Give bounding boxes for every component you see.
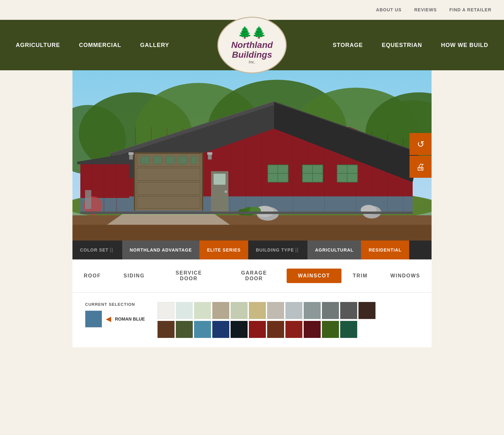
main-nav: AGRICULTURE COMMERCIAL GALLERY STORAGE E…: [0, 20, 504, 70]
color-chip-707878[interactable]: [322, 302, 339, 319]
about-us-link[interactable]: ABOUT US: [376, 7, 402, 12]
logo-text: Northland Buildings: [231, 40, 273, 60]
color-chip-dce8e4[interactable]: [176, 302, 193, 319]
color-chip-8c2018[interactable]: [285, 321, 302, 338]
svg-rect-67: [134, 152, 135, 211]
svg-rect-66: [134, 152, 203, 154]
separator-1: ||: [109, 247, 115, 253]
part-tabs: ROOF SIDING SERVICE DOOR GARAGE DOOR WAI…: [72, 259, 432, 292]
color-chip-3c2820[interactable]: [358, 302, 375, 319]
svg-rect-95: [80, 212, 413, 214]
nav-how-we-build[interactable]: HOW WE BUILD: [432, 42, 498, 49]
agricultural-tab[interactable]: AGRICULTURAL: [307, 241, 361, 259]
tab-roof[interactable]: ROOF: [72, 269, 112, 283]
color-chip-5c3820[interactable]: [158, 321, 175, 338]
logo[interactable]: 🌲🌲 Northland Buildings Inc.: [217, 17, 287, 73]
northland-advantage-tab[interactable]: NORTHLAND ADVANTAGE: [122, 241, 200, 259]
building-type-label: BUILDING TYPE ||: [248, 241, 307, 259]
color-chip-1c5840[interactable]: [340, 321, 357, 338]
tab-trim[interactable]: TRIM: [341, 269, 379, 283]
svg-rect-65: [191, 156, 197, 164]
svg-point-71: [225, 190, 227, 193]
color-chip-c0bab0[interactable]: [267, 302, 284, 319]
nav-storage[interactable]: STORAGE: [323, 42, 372, 49]
palette-row-1: [158, 302, 419, 319]
print-icon: 🖨: [416, 162, 425, 172]
color-chip-4a5830[interactable]: [176, 321, 193, 338]
color-chip-f0eeea[interactable]: [158, 302, 175, 319]
color-chip-101820[interactable]: [231, 321, 248, 338]
color-chip-8c9898[interactable]: [304, 302, 321, 319]
svg-rect-11: [72, 225, 432, 241]
selection-arrow-icon: ◀: [106, 315, 111, 323]
current-selection: CURRENT SELECTION ◀ ROMAN BLUE: [85, 302, 145, 328]
building-image: ↺ 🖨: [72, 70, 432, 241]
color-chip-d4dfc8[interactable]: [194, 302, 211, 319]
svg-marker-92: [107, 214, 230, 225]
nav-gallery[interactable]: GALLERY: [131, 42, 179, 49]
current-selection-label: CURRENT SELECTION: [85, 302, 145, 307]
color-chip-4a8ca8[interactable]: [194, 321, 211, 338]
svg-rect-82: [129, 152, 134, 155]
control-buttons: ↺ 🖨: [410, 133, 432, 178]
color-chip-b8c0c4[interactable]: [285, 302, 302, 319]
print-button[interactable]: 🖨: [410, 156, 432, 178]
color-palette: [158, 302, 419, 338]
color-chip-8c1818[interactable]: [249, 321, 266, 338]
palette-row-2: [158, 321, 419, 338]
color-chip-6c3018[interactable]: [267, 321, 284, 338]
find-retailer-link[interactable]: FIND A RETAILER: [450, 7, 491, 12]
elite-series-tab[interactable]: ELITE SERIES: [199, 241, 248, 259]
svg-rect-61: [140, 156, 150, 164]
color-chip-b5a890[interactable]: [212, 302, 229, 319]
color-chip-1c3870[interactable]: [212, 321, 229, 338]
color-set-bar: COLOR SET || NORTHLAND ADVANTAGE ELITE S…: [72, 241, 432, 259]
current-color-swatch: [85, 310, 102, 328]
color-chip-3c6018[interactable]: [322, 321, 339, 338]
svg-rect-70: [214, 174, 226, 185]
tab-windows[interactable]: WINDOWS: [379, 269, 432, 283]
color-chip-5c1018[interactable]: [304, 321, 321, 338]
svg-rect-64: [178, 156, 187, 164]
nav-commercial[interactable]: COMMERCIAL: [70, 42, 131, 49]
tab-service-door[interactable]: SERVICE DOOR: [156, 266, 221, 286]
color-set-label: COLOR SET ||: [72, 241, 122, 259]
color-chip-c4cdb2[interactable]: [231, 302, 248, 319]
residential-tab[interactable]: RESIDENTIAL: [361, 241, 409, 259]
color-chip-585858[interactable]: [340, 302, 357, 319]
color-chip-c8b882[interactable]: [249, 302, 266, 319]
svg-rect-94: [85, 190, 91, 209]
svg-marker-51: [77, 162, 129, 164]
color-selection-area: CURRENT SELECTION ◀ ROMAN BLUE: [72, 293, 432, 347]
tab-garage-door[interactable]: GARAGE DOOR: [221, 266, 286, 286]
svg-rect-63: [165, 156, 175, 164]
tab-siding[interactable]: SIDING: [112, 269, 156, 283]
separator-2: ||: [294, 247, 300, 253]
svg-rect-84: [207, 152, 212, 155]
building-visualizer: ↺ 🖨 COLOR SET || NORTHLAND ADVANTAGE ELI…: [72, 70, 432, 347]
nav-agriculture[interactable]: AGRICULTURE: [6, 42, 70, 49]
nav-equestrian[interactable]: EQUESTRIAN: [372, 42, 432, 49]
reset-icon: ↺: [417, 139, 424, 149]
reviews-link[interactable]: REVIEWS: [414, 7, 437, 12]
svg-rect-68: [202, 152, 203, 211]
logo-subtext: Inc.: [249, 60, 255, 64]
reset-button[interactable]: ↺: [410, 133, 432, 155]
tab-wainscot[interactable]: WAINSCOT: [287, 269, 341, 283]
svg-rect-62: [153, 156, 162, 164]
current-color-name: ROMAN BLUE: [115, 316, 145, 322]
logo-trees-icon: 🌲🌲: [238, 26, 266, 39]
